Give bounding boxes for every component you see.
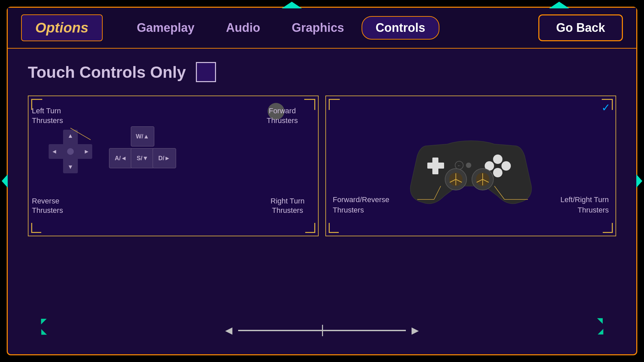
- dpad-center-dot: [67, 148, 74, 155]
- gp-corner-bl: [329, 223, 339, 233]
- label-forward: Forward Thrusters: [267, 106, 298, 125]
- corner-arrow-br: ◣: [596, 329, 604, 335]
- corner-arrow-tr: ◣: [597, 317, 603, 326]
- tab-audio[interactable]: Audio: [212, 16, 274, 40]
- label-left-turn: Left Turn Thrusters: [32, 106, 63, 125]
- bottom-nav: ◣ ◣ ◄ ► ◣ ◣: [28, 317, 616, 344]
- svg-point-14: [501, 161, 511, 171]
- key-s[interactable]: S/▼: [131, 148, 154, 168]
- svg-point-16: [493, 168, 502, 177]
- corner-arrow-bl: ◣: [41, 327, 47, 336]
- tab-graphics[interactable]: Graphics: [278, 16, 358, 40]
- corner-br: [305, 223, 315, 233]
- dpad-down-arrow: ▼: [67, 164, 73, 171]
- key-d[interactable]: D/►: [153, 148, 176, 168]
- tab-controls[interactable]: Controls: [362, 16, 439, 40]
- bottom-left-corner: ◣ ◣: [41, 317, 47, 336]
- svg-rect-9: [427, 163, 444, 169]
- corner-arrow-tl: ◣: [40, 319, 49, 324]
- svg-point-11: [466, 163, 471, 168]
- selected-checkmark: ✓: [601, 101, 610, 114]
- header: Options Gameplay Audio Graphics Controls…: [8, 8, 636, 49]
- options-title: Options: [35, 20, 89, 36]
- dpad-right-arrow: ►: [84, 148, 90, 155]
- gamepad-svg: ←: [407, 119, 535, 213]
- gamepad-label-right: Left/Right Turn Thrusters: [560, 195, 609, 216]
- bottom-right-corner: ◣ ◣: [597, 317, 603, 336]
- gamepad-label-left: Forward/Reverse Thrusters: [333, 195, 389, 216]
- nav-progress-bar: [238, 330, 406, 331]
- nav-bar-divider: [322, 325, 323, 336]
- options-title-box: Options: [21, 14, 103, 41]
- nav-tabs: Gameplay Audio Graphics Controls: [123, 16, 532, 40]
- gamepad-illustration: ←: [407, 119, 535, 213]
- gamepad-panel: ✓ Forward/Reverse Thrusters Left/Right T…: [325, 96, 616, 236]
- go-back-button[interactable]: Go Back: [538, 14, 623, 41]
- tab-gameplay[interactable]: Gameplay: [123, 16, 209, 40]
- top-arrow-left-decor: [282, 2, 302, 8]
- dpad: ▲ ▼ ◄ ►: [49, 130, 92, 173]
- touch-controls-row: Touch Controls Only: [28, 62, 616, 82]
- label-right-turn: Right Turn Thrusters: [271, 196, 305, 216]
- touch-controls-checkbox[interactable]: [196, 62, 216, 82]
- label-reverse: Reverse Thrusters: [32, 196, 63, 216]
- left-nav-arrow[interactable]: [2, 174, 8, 188]
- corner-bl: [31, 223, 41, 233]
- gp-corner-br: [603, 223, 613, 233]
- top-arrow-right-decor: [549, 2, 569, 8]
- touch-controls-label: Touch Controls Only: [28, 63, 186, 81]
- key-w[interactable]: W/▲: [131, 126, 154, 146]
- svg-point-13: [493, 155, 502, 164]
- right-nav-arrow[interactable]: [636, 174, 642, 188]
- svg-text:←: ←: [457, 163, 461, 168]
- nav-next-button[interactable]: ►: [409, 323, 421, 338]
- nav-prev-button[interactable]: ◄: [223, 323, 235, 338]
- dpad-left-arrow: ◄: [51, 148, 57, 155]
- main-content: Touch Controls Only Left Turn Thrusters …: [8, 49, 636, 250]
- key-a[interactable]: A/◄: [109, 148, 132, 168]
- dpad-up-arrow: ▲: [67, 132, 73, 139]
- main-frame: Options Gameplay Audio Graphics Controls…: [7, 7, 637, 355]
- keyboard-panel: Left Turn Thrusters Forward Thrusters Re…: [28, 96, 319, 236]
- panels-row: Left Turn Thrusters Forward Thrusters Re…: [28, 96, 616, 236]
